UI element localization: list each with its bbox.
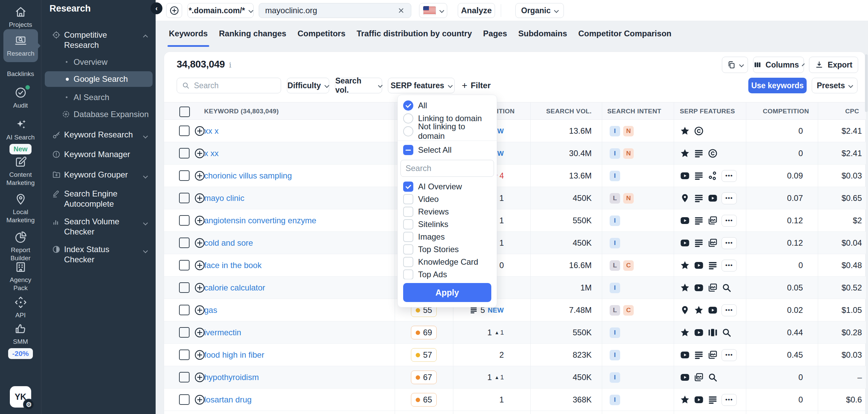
more-features-icon[interactable]: ••• (722, 349, 737, 361)
more-features-icon[interactable]: ••• (722, 260, 737, 271)
chevron-down-icon[interactable] (144, 248, 147, 254)
feature-option-top-stories[interactable]: Top Stories (398, 243, 497, 256)
feature-option-images[interactable]: Images (398, 230, 497, 243)
keyword-link[interactable]: food high in fiber (204, 344, 264, 366)
add-keyword-icon[interactable] (194, 304, 205, 316)
checkbox-icon[interactable] (403, 219, 413, 229)
keyword-link[interactable]: xx x (204, 120, 219, 142)
more-features-icon[interactable]: ••• (722, 192, 737, 204)
checkbox-icon[interactable] (403, 182, 413, 192)
select-all-option[interactable]: Select All (398, 144, 497, 156)
add-keyword-icon[interactable] (194, 372, 205, 383)
row-checkbox[interactable] (179, 350, 190, 360)
row-checkbox[interactable] (179, 282, 190, 293)
subnav-item-search-engine-autocomplete[interactable]: Search EngineAutocomplete (41, 189, 156, 209)
row-checkbox[interactable] (179, 372, 190, 382)
radio-option-all[interactable]: All (398, 99, 497, 112)
rail-item-agency-pack[interactable]: AgencyPack (0, 261, 41, 292)
add-keyword-icon[interactable] (194, 192, 205, 204)
add-keyword-icon[interactable] (194, 148, 205, 159)
col-serp-features[interactable]: SERP FEATURES (680, 102, 735, 120)
radio-icon[interactable] (403, 126, 413, 136)
clear-input-icon[interactable] (397, 7, 405, 14)
row-checkbox[interactable] (179, 170, 190, 181)
rail-item-audit[interactable]: Audit (0, 86, 41, 110)
feature-option-top-ads[interactable]: Top Ads (398, 268, 497, 279)
col-search-intent[interactable]: SEARCH INTENT (607, 102, 661, 120)
more-features-icon[interactable]: ••• (722, 237, 737, 249)
add-keyword-icon[interactable] (194, 237, 205, 249)
presets-button[interactable]: Presets (812, 78, 857, 93)
analyze-button[interactable]: Analyze (458, 3, 495, 18)
keyword-link[interactable]: gas (204, 299, 217, 321)
more-features-icon[interactable]: ••• (722, 394, 737, 406)
use-keywords-button[interactable]: Use keywords (748, 78, 807, 93)
more-features-icon[interactable]: ••• (722, 304, 737, 316)
keyword-link[interactable]: calorie calculator (204, 277, 265, 299)
radio-option-not-linking-to-domain[interactable]: Not linking to domain (398, 125, 497, 138)
avatar[interactable]: YK ⚙ (10, 386, 31, 408)
traffic-mode-dropdown[interactable]: Organic (515, 3, 564, 18)
add-keyword-icon[interactable] (194, 170, 205, 182)
subnav-item-index-status-checker[interactable]: Index StatusChecker (41, 244, 156, 265)
row-checkbox[interactable] (179, 215, 190, 226)
keyword-link[interactable]: hypothyroidism (204, 366, 259, 389)
keyword-link[interactable]: cold and sore (204, 232, 253, 254)
row-checkbox[interactable] (179, 305, 190, 315)
more-features-icon[interactable]: ••• (722, 170, 737, 182)
export-button[interactable]: Export (809, 57, 858, 73)
subnav-item-keyword-manager[interactable]: Keyword Manager (41, 149, 156, 159)
tab-keywords[interactable]: Keywords (169, 29, 208, 47)
chevron-down-icon[interactable] (144, 133, 147, 139)
subnav-item-search-volume-checker[interactable]: Search VolumeChecker (41, 217, 156, 237)
keyword-link[interactable]: mayo clinic (204, 187, 244, 209)
subnav-item-ai-search[interactable]: AI Search (41, 92, 156, 102)
keyword-link[interactable]: chorionic villus sampling (204, 165, 292, 187)
checkbox-icon[interactable] (403, 194, 413, 204)
keyword-link[interactable]: x xx (204, 142, 219, 165)
radio-icon[interactable] (403, 113, 413, 124)
tab-pages[interactable]: Pages (483, 29, 507, 47)
country-dropdown[interactable] (419, 3, 447, 18)
row-checkbox[interactable] (179, 193, 190, 203)
subnav-item-overview[interactable]: Overview (41, 57, 156, 67)
search-vol-filter-button[interactable]: Search vol. (335, 78, 382, 93)
apply-button[interactable]: Apply (403, 283, 491, 302)
checkbox-icon[interactable] (403, 269, 413, 280)
chevron-up-icon[interactable] (144, 33, 147, 40)
add-project-button[interactable] (166, 3, 182, 18)
keyword-search-input[interactable]: Search (177, 78, 281, 93)
keyword-link[interactable]: face in the book (204, 254, 261, 277)
row-checkbox[interactable] (179, 260, 190, 270)
subnav-item-google-search[interactable]: Google Search (45, 71, 153, 87)
feature-option-ai-overview[interactable]: AI Overview (398, 180, 497, 193)
add-keyword-icon[interactable] (194, 215, 205, 226)
columns-button[interactable]: Columns (753, 57, 804, 73)
tab-traffic-distribution-by-country[interactable]: Traffic distribution by country (357, 29, 472, 47)
row-checkbox[interactable] (179, 238, 190, 248)
checkbox-icon[interactable] (403, 207, 413, 217)
keyword-link[interactable]: angiotensin converting enzyme (204, 209, 316, 232)
serp-features-filter-button[interactable]: SERP features (388, 78, 455, 93)
chevron-down-icon[interactable] (144, 220, 147, 226)
vertical-scrollbar[interactable] (865, 54, 868, 112)
add-keyword-icon[interactable] (194, 282, 205, 294)
rail-item-research[interactable]: Research (3, 29, 38, 62)
feature-option-sitelinks[interactable]: Sitelinks (398, 218, 497, 230)
radio-icon[interactable] (403, 100, 413, 111)
keyword-link[interactable]: losartan drug (204, 389, 252, 411)
tab-subdomains[interactable]: Subdomains (518, 29, 567, 47)
chevron-down-icon[interactable] (144, 173, 147, 179)
row-checkbox[interactable] (179, 394, 190, 405)
row-checkbox[interactable] (179, 327, 190, 338)
select-all-checkbox[interactable] (179, 107, 190, 117)
feature-option-reviews[interactable]: Reviews (398, 205, 497, 218)
rail-item-smm[interactable]: SMM-20% (0, 322, 41, 359)
add-filter-button[interactable]: +Filter (462, 80, 491, 91)
more-features-icon[interactable]: ••• (722, 215, 737, 227)
copy-dropdown-button[interactable] (722, 57, 748, 73)
domain-input[interactable]: mayoclinic.org (259, 3, 411, 18)
rail-item-content-marketing[interactable]: ContentMarketing (0, 155, 41, 187)
scope-dropdown[interactable]: *.domain.com/* (188, 3, 254, 18)
rail-item-api[interactable]: API (0, 296, 41, 319)
